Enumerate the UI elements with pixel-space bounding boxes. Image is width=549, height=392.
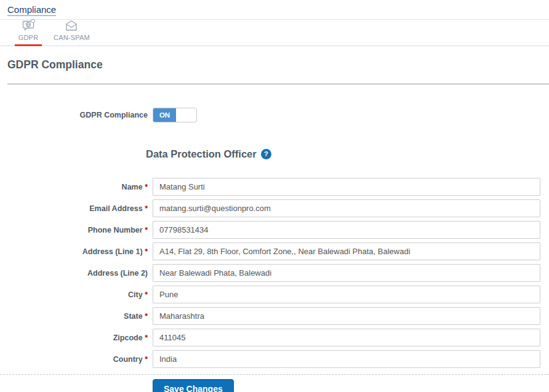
required-asterisk: * — [143, 183, 148, 191]
country-label: Country * — [0, 355, 148, 364]
phone-label: Phone Number * — [0, 226, 148, 234]
form-row-address1: Address (Line 1) * — [0, 242, 549, 260]
section-heading: Data Protection Officer ? — [146, 148, 549, 160]
required-asterisk: * — [143, 204, 148, 213]
title-divider — [7, 84, 549, 84]
country-field[interactable] — [153, 350, 540, 368]
form-row-zipcode: Zipcode * — [0, 329, 549, 346]
form-row-phone: Phone Number * — [0, 221, 549, 239]
gdpr-toggle-row: GDPR Compliance ON — [0, 108, 549, 122]
state-field[interactable] — [153, 307, 540, 325]
required-asterisk: * — [143, 355, 148, 364]
tab-bar: GDPR CAN-SPAM — [0, 20, 549, 46]
active-tab-indicator — [15, 44, 42, 46]
tab-can-spam[interactable]: CAN-SPAM — [52, 17, 92, 46]
required-asterisk: * — [143, 226, 148, 234]
required-asterisk: * — [143, 247, 148, 256]
required-asterisk: * — [143, 334, 148, 342]
form-row-country: Country * — [0, 350, 549, 368]
name-field[interactable] — [153, 178, 540, 196]
phone-field[interactable] — [153, 221, 540, 239]
form-rows: Name *Email Address *Phone Number *Addre… — [0, 178, 549, 368]
form-footer-divider — [0, 374, 549, 375]
email-label: Email Address * — [0, 204, 148, 213]
form-row-city: City * — [0, 286, 549, 303]
zipcode-field[interactable] — [153, 329, 540, 346]
breadcrumb-compliance-link[interactable]: Compliance — [7, 4, 56, 16]
name-label: Name * — [0, 183, 148, 191]
form-row-email: Email Address * — [0, 199, 549, 217]
help-circle-icon[interactable]: ? — [261, 149, 271, 159]
address2-field[interactable] — [153, 264, 540, 282]
state-label: State * — [0, 312, 148, 321]
form-row-address2: Address (Line 2) — [0, 264, 549, 282]
page-title: GDPR Compliance — [7, 58, 549, 71]
form-row-state: State * — [0, 307, 549, 325]
email-field[interactable] — [153, 199, 540, 217]
city-field[interactable] — [153, 286, 540, 303]
tab-gdpr[interactable]: GDPR — [15, 17, 42, 46]
gdpr-globe-bubble-icon — [21, 19, 36, 32]
city-label: City * — [0, 290, 148, 299]
address1-field[interactable] — [153, 242, 540, 260]
save-changes-button[interactable]: Save Changes — [153, 379, 234, 392]
zipcode-label: Zipcode * — [0, 334, 148, 342]
form-row-name: Name * — [0, 178, 549, 196]
section-title: Data Protection Officer — [146, 148, 257, 160]
toggle-on-segment[interactable]: ON — [153, 108, 176, 122]
gdpr-toggle-label: GDPR Compliance — [0, 111, 148, 119]
tab-can-spam-label: CAN-SPAM — [54, 34, 90, 41]
toggle-off-segment[interactable] — [176, 108, 196, 122]
address2-label: Address (Line 2) — [0, 269, 148, 278]
tab-gdpr-label: GDPR — [18, 34, 39, 41]
required-asterisk: * — [143, 290, 148, 299]
gdpr-toggle-switch[interactable]: ON — [153, 108, 197, 122]
envelope-icon — [64, 19, 79, 32]
address1-label: Address (Line 1) * — [0, 247, 148, 256]
required-asterisk: * — [143, 312, 148, 321]
